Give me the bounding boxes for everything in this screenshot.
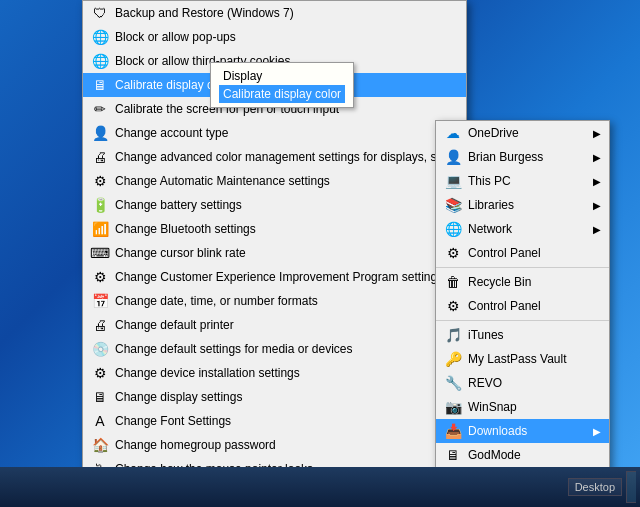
menu-item-label: Change device installation settings [115, 366, 300, 380]
menu-item-label: Change Font Settings [115, 414, 231, 428]
menu-item-label: Change Customer Experience Improvement P… [115, 270, 443, 284]
right-menu-item-icon: ☁ [444, 124, 462, 142]
right-menu-item-icon: 📚 [444, 196, 462, 214]
right-menu-item-label: Control Panel [468, 299, 541, 313]
menu-item-icon: ✏ [91, 100, 109, 118]
right-menu-item-label: REVO [468, 376, 502, 390]
left-menu-item[interactable]: 🖨Change default printer [83, 313, 466, 337]
menu-item-label: Change cursor blink rate [115, 246, 246, 260]
right-menu-item-label: GodMode [468, 448, 521, 462]
right-menu-item-icon: 🔧 [444, 374, 462, 392]
left-menu-item[interactable]: 📶Change Bluetooth settings [83, 217, 466, 241]
right-menu-item[interactable]: ☁OneDrive▶ [436, 121, 609, 145]
submenu-arrow-icon: ▶ [593, 200, 601, 211]
menu-item-icon: 🖥 [91, 76, 109, 94]
menu-item-label: Change account type [115, 126, 228, 140]
right-menu-item-icon: ⚙ [444, 244, 462, 262]
menu-separator [436, 267, 609, 268]
left-menu-item[interactable]: 💿Change default settings for media or de… [83, 337, 466, 361]
right-menu-item-icon: 🌐 [444, 220, 462, 238]
submenu-arrow-icon: ▶ [593, 426, 601, 437]
submenu-arrow-icon: ▶ [593, 128, 601, 139]
right-menu-item-label: iTunes [468, 328, 504, 342]
left-menu-item[interactable]: ⌨Change cursor blink rate [83, 241, 466, 265]
right-menu-item[interactable]: 🔧REVO [436, 371, 609, 395]
right-menu-item-icon: ⚙ [444, 297, 462, 315]
tooltip-item-display[interactable]: Display [219, 67, 345, 85]
menu-item-label: Change Automatic Maintenance settings [115, 174, 330, 188]
menu-item-label: Change battery settings [115, 198, 242, 212]
right-context-menu: ☁OneDrive▶👤Brian Burgess▶💻This PC▶📚Libra… [435, 120, 610, 507]
right-menu-item[interactable]: 🌐Network▶ [436, 217, 609, 241]
menu-item-label: Change default printer [115, 318, 234, 332]
right-menu-item[interactable]: 💻This PC▶ [436, 169, 609, 193]
right-menu-item[interactable]: 👤Brian Burgess▶ [436, 145, 609, 169]
menu-item-icon: 🏠 [91, 436, 109, 454]
left-menu-item[interactable]: ⚙Change Customer Experience Improvement … [83, 265, 466, 289]
right-menu-item-label: Network [468, 222, 512, 236]
left-menu-item[interactable]: 🏠Change homegroup password [83, 433, 466, 457]
right-menu-item[interactable]: ⚙Control Panel [436, 241, 609, 265]
desktop: 🛡Backup and Restore (Windows 7)🌐Block or… [0, 0, 640, 507]
right-menu-item-label: Control Panel [468, 246, 541, 260]
left-menu-item[interactable]: 🖥Change display settings [83, 385, 466, 409]
menu-item-icon: ⚙ [91, 364, 109, 382]
right-menu-item-label: Downloads [468, 424, 527, 438]
menu-item-icon: ⚙ [91, 172, 109, 190]
right-menu-item-icon: 📥 [444, 422, 462, 440]
desktop-label: Desktop [568, 478, 622, 496]
menu-item-label: Change advanced color management setting… [115, 150, 467, 164]
menu-item-icon: 🔋 [91, 196, 109, 214]
left-menu-item[interactable]: 🛡Backup and Restore (Windows 7) [83, 1, 466, 25]
left-menu-item[interactable]: 👤Change account type [83, 121, 466, 145]
right-menu-item[interactable]: ⚙Control Panel [436, 294, 609, 318]
right-menu-item[interactable]: 🗑Recycle Bin [436, 270, 609, 294]
menu-item-icon: 🌐 [91, 28, 109, 46]
right-menu-item-icon: 🗑 [444, 273, 462, 291]
left-menu-item[interactable]: 🔋Change battery settings [83, 193, 466, 217]
right-menu-item-label: WinSnap [468, 400, 517, 414]
right-menu-item-icon: 🖥 [444, 446, 462, 464]
left-menu-item[interactable]: AChange Font Settings [83, 409, 466, 433]
left-menu-item[interactable]: 🖨Change advanced color management settin… [83, 145, 466, 169]
right-menu-item-icon: 💻 [444, 172, 462, 190]
menu-item-label: Backup and Restore (Windows 7) [115, 6, 294, 20]
menu-item-icon: A [91, 412, 109, 430]
right-menu-item[interactable]: 📷WinSnap [436, 395, 609, 419]
right-menu-item-label: OneDrive [468, 126, 519, 140]
tooltip-popup: Display Calibrate display color [210, 62, 354, 108]
menu-item-icon: ⚙ [91, 268, 109, 286]
menu-item-label: Change homegroup password [115, 438, 276, 452]
menu-item-icon: ⌨ [91, 244, 109, 262]
tooltip-item-calibrate[interactable]: Calibrate display color [219, 85, 345, 103]
left-menu-item[interactable]: 🌐Block or allow pop-ups [83, 25, 466, 49]
menu-item-icon: 🛡 [91, 4, 109, 22]
right-menu-item-icon: 📷 [444, 398, 462, 416]
right-menu-item[interactable]: 🖥GodMode [436, 443, 609, 467]
right-menu-item-icon: 🎵 [444, 326, 462, 344]
left-menu-item[interactable]: ⚙Change device installation settings [83, 361, 466, 385]
menu-item-icon: 🖨 [91, 148, 109, 166]
right-menu-item[interactable]: 📚Libraries▶ [436, 193, 609, 217]
right-menu-item[interactable]: 📥Downloads▶ [436, 419, 609, 443]
menu-item-label: Change display settings [115, 390, 242, 404]
right-menu-item-icon: 🔑 [444, 350, 462, 368]
menu-item-icon: 🌐 [91, 52, 109, 70]
show-desktop-button[interactable] [626, 471, 636, 503]
submenu-arrow-icon: ▶ [593, 176, 601, 187]
left-menu-item[interactable]: ⚙Change Automatic Maintenance settings [83, 169, 466, 193]
menu-item-icon: 📅 [91, 292, 109, 310]
right-menu-item-label: This PC [468, 174, 511, 188]
menu-separator [436, 320, 609, 321]
right-menu-item-icon: 👤 [444, 148, 462, 166]
menu-item-icon: 📶 [91, 220, 109, 238]
right-menu-item[interactable]: 🎵iTunes [436, 323, 609, 347]
taskbar: Desktop [0, 467, 640, 507]
right-menu-item-label: My LastPass Vault [468, 352, 566, 366]
menu-item-icon: 🖥 [91, 388, 109, 406]
right-menu-item[interactable]: 🔑My LastPass Vault [436, 347, 609, 371]
menu-item-icon: 💿 [91, 340, 109, 358]
left-menu-item[interactable]: 📅Change date, time, or number formats [83, 289, 466, 313]
menu-item-label: Change default settings for media or dev… [115, 342, 352, 356]
menu-item-label: Block or allow pop-ups [115, 30, 236, 44]
